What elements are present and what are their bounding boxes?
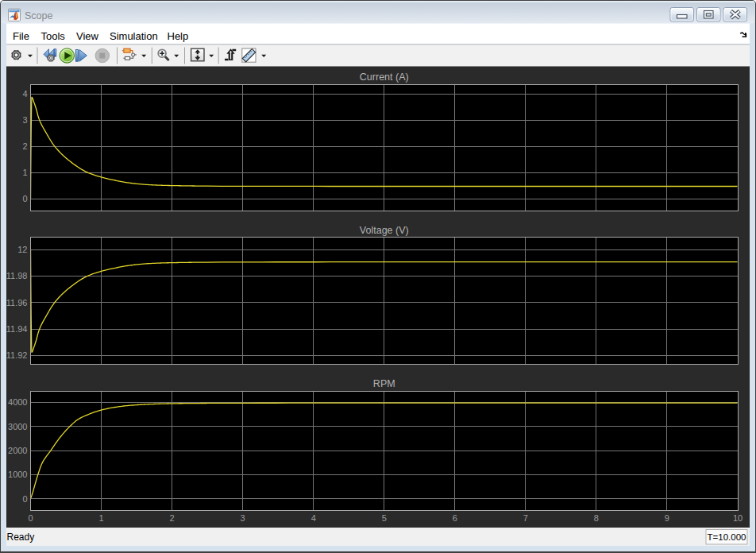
svg-text:Tools: Tools (41, 30, 66, 42)
svg-text:4: 4 (311, 513, 316, 523)
svg-text:6: 6 (453, 513, 457, 523)
svg-text:2: 2 (22, 141, 27, 151)
svg-text:View: View (76, 30, 99, 42)
svg-text:Voltage (V): Voltage (V) (360, 225, 409, 236)
svg-text:8: 8 (594, 513, 599, 523)
svg-text:0: 0 (28, 513, 33, 523)
svg-text:11.94: 11.94 (6, 324, 28, 334)
svg-text:RPM: RPM (373, 378, 395, 389)
svg-text:1000: 1000 (8, 470, 27, 479)
svg-text:1: 1 (22, 168, 27, 177)
svg-text:0: 0 (22, 194, 27, 203)
svg-text:File: File (13, 30, 29, 42)
svg-text:Current (A): Current (A) (360, 72, 409, 83)
svg-text:10: 10 (733, 513, 742, 523)
svg-text:3000: 3000 (8, 422, 27, 431)
svg-text:Ready: Ready (7, 532, 35, 543)
svg-text:5: 5 (382, 513, 387, 523)
svg-text:Scope: Scope (25, 10, 52, 21)
svg-text:11.96: 11.96 (6, 298, 28, 307)
svg-text:4000: 4000 (8, 397, 27, 407)
svg-text:1: 1 (98, 513, 103, 523)
svg-text:7: 7 (523, 513, 528, 523)
svg-text:3: 3 (241, 513, 245, 523)
svg-text:Simulation: Simulation (110, 30, 158, 42)
svg-text:4: 4 (22, 89, 27, 99)
svg-text:9: 9 (665, 513, 669, 523)
svg-text:11.98: 11.98 (6, 271, 28, 280)
svg-text:0: 0 (22, 494, 27, 504)
svg-text:Help: Help (168, 30, 189, 42)
svg-text:12: 12 (17, 245, 27, 254)
svg-text:2000: 2000 (8, 446, 27, 455)
svg-text:2: 2 (170, 513, 175, 523)
svg-text:11.92: 11.92 (6, 350, 28, 360)
svg-text:3: 3 (22, 115, 27, 125)
svg-text:T=10.000: T=10.000 (708, 532, 746, 542)
